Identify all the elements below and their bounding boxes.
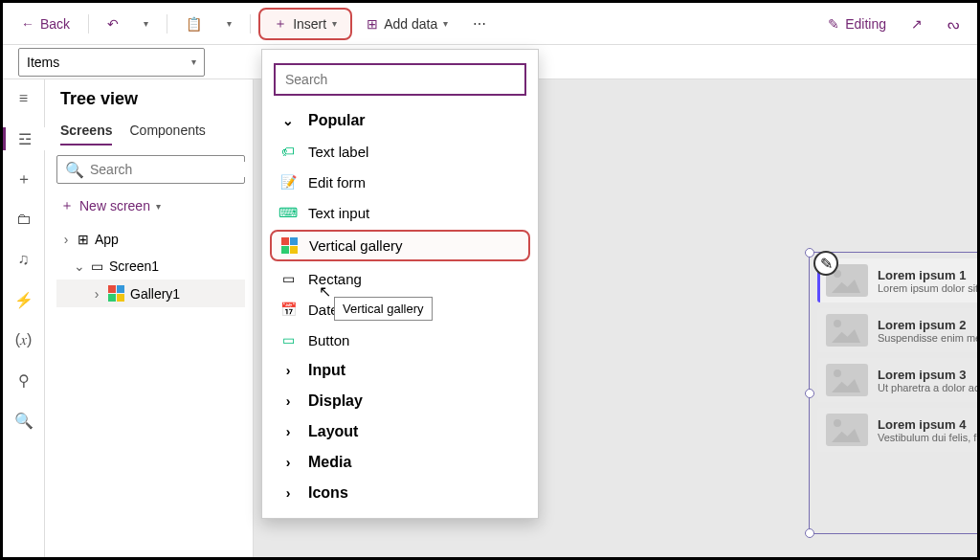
text-label-label: Text label <box>308 144 368 160</box>
tree-gallery1-label: Gallery1 <box>130 286 180 302</box>
item-title: Lorem ipsum 4 <box>878 417 980 432</box>
date-picker-icon: 📅 <box>279 301 297 318</box>
chevron-down-icon: ⌄ <box>279 112 297 129</box>
rail-variables-icon[interactable]: (𝑥) <box>12 328 35 351</box>
rail-settings-icon[interactable]: ⚲ <box>12 369 35 392</box>
rail-hamburger-icon[interactable]: ≡ <box>12 87 35 110</box>
button-icon: ▭ <box>279 331 297 348</box>
new-screen-label: New screen <box>79 198 150 213</box>
dropdown-search[interactable] <box>274 63 526 96</box>
editing-label: Editing <box>845 16 886 32</box>
text-input-icon: ⌨ <box>279 204 297 221</box>
left-rail: ≡ ☲ ＋ 🗀 ♫ ⚡ (𝑥) ⚲ 🔍 <box>3 79 45 557</box>
item-subtitle: Ut pharetra a dolor ac vehicula. <box>878 382 980 393</box>
category-popular[interactable]: ⌄Popular <box>262 105 538 136</box>
tree-app-label: App <box>95 232 119 247</box>
category-input[interactable]: ›Input <box>262 355 538 386</box>
resize-handle[interactable] <box>805 389 814 398</box>
item-edit-form[interactable]: 📝Edit form <box>262 167 538 197</box>
item-title: Lorem ipsum 1 <box>878 268 980 282</box>
gallery-item[interactable]: Lorem ipsum 1Lorem ipsum dolor sit amet,… <box>817 258 980 302</box>
paste-button[interactable]: 📋 <box>175 10 212 38</box>
gallery-item[interactable]: Lorem ipsum 4Vestibulum dui felis, fring… <box>817 408 980 452</box>
tooltip: Vertical gallery <box>334 297 433 321</box>
gallery-item[interactable]: Lorem ipsum 3Ut pharetra a dolor ac vehi… <box>817 358 980 402</box>
separator <box>88 14 89 34</box>
image-placeholder-icon <box>826 314 868 347</box>
share-button[interactable]: ↗ <box>901 10 933 38</box>
tree-search[interactable]: 🔍 <box>56 155 245 184</box>
rail-data-icon[interactable]: 🗀 <box>12 208 35 231</box>
resize-handle[interactable] <box>805 248 814 258</box>
item-subtitle: Suspendisse enim metus, tincidunt quis l… <box>878 332 980 344</box>
item-subtitle: Lorem ipsum dolor sit amet, consectetur … <box>878 282 980 294</box>
tree-screen1-label: Screen1 <box>109 258 159 274</box>
rail-search-icon[interactable]: 🔍 <box>12 409 35 432</box>
media-label: Media <box>308 454 351 471</box>
item-title: Lorem ipsum 3 <box>878 368 980 382</box>
tab-components[interactable]: Components <box>129 123 205 146</box>
paste-more[interactable]: ▾ <box>216 11 242 35</box>
gallery-selection[interactable]: ✎ Lorem ipsum 1Lorem ipsum dolor sit ame… <box>809 252 980 534</box>
add-data-button[interactable]: ⊞Add data ▾ <box>356 10 458 38</box>
gallery-icon <box>108 285 124 302</box>
icons-label: Icons <box>308 484 348 502</box>
item-vertical-gallery[interactable]: Vertical gallery <box>270 230 530 261</box>
rectangle-icon: ▭ <box>279 270 297 287</box>
vertical-gallery-icon <box>281 237 298 254</box>
tree-node-app[interactable]: ›⊞ App <box>56 226 245 253</box>
virtual-agent-button[interactable]: ᔓ <box>937 10 969 38</box>
image-placeholder-icon <box>826 414 868 446</box>
rail-insert-icon[interactable]: ＋ <box>12 168 35 190</box>
edit-form-icon: 📝 <box>279 173 297 190</box>
insert-dropdown: ⌄Popular 🏷Text label 📝Edit form ⌨Text in… <box>261 49 539 519</box>
item-subtitle: Vestibulum dui felis, fringilla nec mi s… <box>878 432 980 443</box>
add-data-label: Add data <box>384 16 437 32</box>
cursor-icon: ↖ <box>319 282 331 301</box>
tree-search-input[interactable] <box>90 162 254 177</box>
input-label: Input <box>308 362 345 379</box>
chevron-right-icon: › <box>279 362 297 379</box>
tab-screens[interactable]: Screens <box>60 123 112 146</box>
new-screen-button[interactable]: ＋ New screen ▾ <box>56 191 245 220</box>
text-input-label: Text input <box>308 205 369 221</box>
item-title: Lorem ipsum 2 <box>878 318 980 332</box>
category-media[interactable]: ›Media <box>262 447 538 478</box>
vertical-gallery-label: Vertical gallery <box>309 237 403 254</box>
property-value: Items <box>27 55 59 70</box>
insert-button[interactable]: ＋Insert ▾ <box>258 8 352 40</box>
item-button[interactable]: ▭Button <box>262 325 538 355</box>
overflow-button[interactable]: ⋯ <box>462 10 497 38</box>
undo-more[interactable]: ▾ <box>133 11 159 35</box>
item-rectangle[interactable]: ▭Rectang <box>262 263 538 294</box>
separator <box>250 14 251 34</box>
search-icon: 🔍 <box>65 161 84 179</box>
separator <box>167 14 167 34</box>
undo-button[interactable]: ↶ <box>97 10 129 38</box>
button-label: Button <box>308 332 349 348</box>
category-icons[interactable]: ›Icons <box>262 478 538 508</box>
layout-label: Layout <box>308 423 358 440</box>
rail-tree-icon[interactable]: ☲ <box>3 127 45 150</box>
popular-label: Popular <box>308 112 366 129</box>
dropdown-search-input[interactable] <box>285 72 515 87</box>
rail-powerautomate-icon[interactable]: ⚡ <box>12 288 35 311</box>
resize-handle[interactable] <box>805 528 814 538</box>
rail-media-icon[interactable]: ♫ <box>12 248 35 271</box>
category-layout[interactable]: ›Layout <box>262 416 538 447</box>
gallery-item[interactable]: Lorem ipsum 2Suspendisse enim metus, tin… <box>817 308 980 352</box>
editing-button[interactable]: ✎ Editing <box>817 10 897 38</box>
top-toolbar: ← Back ↶ ▾ 📋 ▾ ＋Insert ▾ ⊞Add data ▾ ⋯ ✎… <box>3 3 977 45</box>
tree-node-screen1[interactable]: ⌄▭ Screen1 <box>56 253 245 280</box>
back-button[interactable]: ← Back <box>11 10 80 38</box>
text-label-icon: 🏷 <box>279 143 297 160</box>
category-display[interactable]: ›Display <box>262 386 538 416</box>
item-text-label[interactable]: 🏷Text label <box>262 136 538 167</box>
edit-form-label: Edit form <box>308 174 366 190</box>
tree-node-gallery1[interactable]: › Gallery1 <box>56 280 245 307</box>
edit-pencil-icon[interactable]: ✎ <box>813 251 838 276</box>
item-text-input[interactable]: ⌨Text input <box>262 197 538 228</box>
rectangle-label: Rectang <box>308 271 362 287</box>
property-selector[interactable]: Items▾ <box>18 48 205 77</box>
chevron-right-icon: › <box>279 484 297 502</box>
